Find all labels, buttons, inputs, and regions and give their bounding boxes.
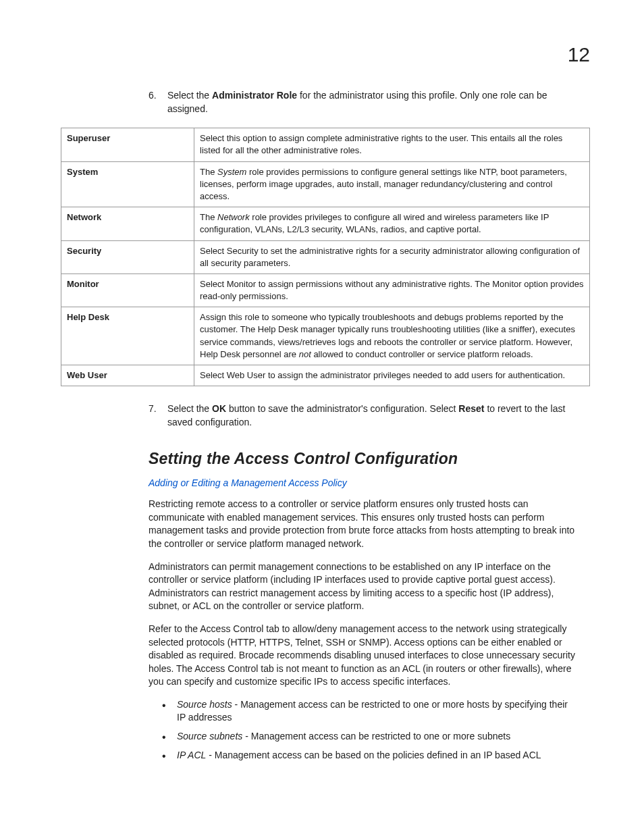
body-paragraph: Refer to the Access Control tab to allow… [149, 623, 576, 689]
text-segment: - Management access can be restricted to… [242, 731, 510, 741]
table-row: System The System role provides permissi… [61, 161, 590, 207]
bullet-list: Source hosts - Management access can be … [162, 698, 576, 762]
italic-term: Network [217, 212, 250, 222]
table-row: Superuser Select this option to assign c… [61, 128, 590, 161]
text-segment: The [200, 167, 217, 177]
italic-term: System [217, 167, 246, 177]
section-heading: Setting the Access Control Configuration [149, 448, 590, 469]
body-paragraph: Administrators can permit management con… [149, 561, 576, 613]
step-7: 7. Select the OK button to save the admi… [149, 402, 576, 429]
list-item: Source hosts - Management access can be … [162, 698, 576, 725]
body-paragraph: Restricting remote access to a controlle… [149, 498, 576, 550]
role-desc: Select Monitor to assign permissions wit… [194, 273, 590, 307]
role-label: System [61, 161, 194, 207]
role-label: Web User [61, 365, 194, 386]
table-row: Help Desk Assign this role to someone wh… [61, 307, 590, 365]
role-desc: Select Web User to assign the administra… [194, 365, 590, 386]
role-label: Security [61, 240, 194, 273]
text-segment: - Management access can be based on the … [206, 750, 541, 760]
role-label: Monitor [61, 273, 194, 307]
roles-table: Superuser Select this option to assign c… [61, 128, 590, 386]
list-item: IP ACL - Management access can be based … [162, 749, 576, 762]
list-item: Source subnets - Management access can b… [162, 730, 576, 744]
table-row: Web User Select Web User to assign the a… [61, 365, 590, 386]
role-label: Help Desk [61, 307, 194, 365]
cross-reference-link[interactable]: Adding or Editing a Management Access Po… [149, 477, 590, 490]
role-desc: Select this option to assign complete ad… [194, 128, 590, 161]
step-number: 7. [149, 402, 165, 416]
role-label: Network [61, 207, 194, 240]
text-segment: role provides privileges to configure al… [200, 212, 549, 234]
table-row: Monitor Select Monitor to assign permiss… [61, 273, 590, 307]
text-segment: button to save the administrator's confi… [226, 403, 458, 414]
text-segment: Select the [167, 403, 212, 414]
step-number: 6. [149, 89, 165, 103]
role-desc: The System role provides permissions to … [194, 161, 590, 207]
table-row: Security Select Security to set the admi… [61, 240, 590, 273]
bold-term: Administrator Role [212, 90, 297, 101]
chapter-number: 12 [61, 41, 590, 69]
step-text: Select the OK button to save the adminis… [167, 402, 576, 429]
text-segment: - Management access can be restricted to… [177, 699, 568, 723]
role-label: Superuser [61, 128, 194, 161]
text-segment: Select the [167, 90, 212, 101]
step-6: 6. Select the Administrator Role for the… [149, 89, 576, 115]
table-row: Network The Network role provides privil… [61, 207, 590, 240]
italic-term: IP ACL [177, 750, 206, 760]
role-desc: Select Security to set the administrativ… [194, 240, 590, 273]
step-text: Select the Administrator Role for the ad… [167, 89, 576, 115]
text-segment: allowed to conduct controller or service… [311, 349, 533, 359]
text-segment: role provides permissions to configure g… [200, 167, 567, 201]
bold-term: Reset [458, 403, 484, 414]
role-desc: Assign this role to someone who typicall… [194, 307, 590, 365]
italic-term: Source hosts [177, 699, 232, 710]
text-segment: The [200, 212, 217, 222]
italic-term: Source subnets [177, 731, 242, 741]
italic-term: not [299, 349, 311, 359]
role-desc: The Network role provides privileges to … [194, 207, 590, 240]
bold-term: OK [212, 403, 226, 414]
